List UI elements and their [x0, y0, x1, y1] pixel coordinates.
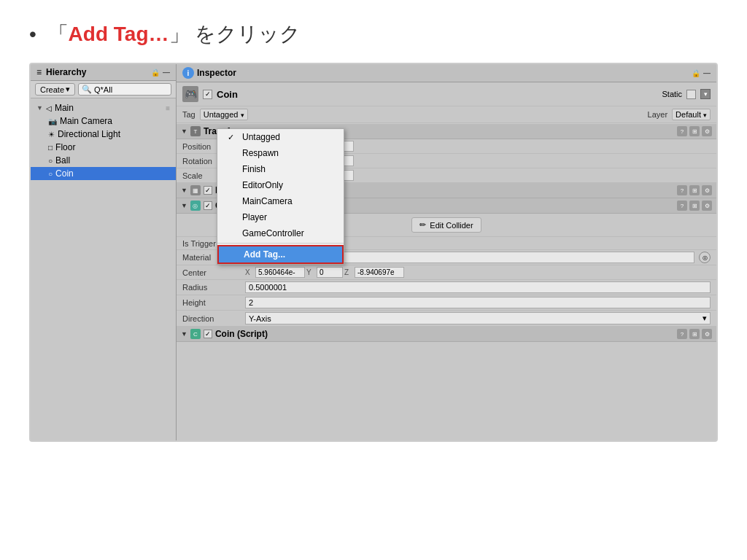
tag-dropdown-arrow: ▾ [241, 112, 244, 119]
title-prefix-open: 「 [48, 23, 69, 45]
ball-label: Ball [55, 155, 70, 166]
hierarchy-item-ball[interactable]: ○ Ball [31, 154, 176, 167]
tag-dropdown-button[interactable]: Untagged ▾ [200, 109, 248, 120]
create-label: Create [40, 85, 64, 94]
transform-icon-3: ⚙ [702, 126, 712, 136]
menu-item-respawn[interactable]: Respawn [217, 145, 344, 161]
coin-script-title: Coin (Script) [215, 329, 268, 339]
menu-item-player[interactable]: Player [217, 209, 344, 225]
screenshot-container: ≡ Hierarchy 🔒 — Create ▾ 🔍 Q*All ▼ ◁ Mai… [29, 63, 718, 442]
hierarchy-item-floor[interactable]: □ Floor [31, 141, 176, 154]
coin-script-icon: C [190, 329, 201, 339]
ball-icon: ○ [48, 157, 53, 165]
static-label: Static [662, 90, 682, 98]
center-x-input[interactable] [255, 267, 305, 278]
create-dropdown-arrow: ▾ [66, 85, 70, 94]
direction-row: Direction Y-Axis ▾ [177, 311, 716, 327]
expand-arrow: ▼ [36, 104, 43, 112]
coin-script-checkbox[interactable]: ✓ [204, 330, 212, 338]
radius-input[interactable] [245, 281, 711, 293]
hierarchy-header-icons: 🔒 — [151, 69, 170, 77]
radius-row: Radius [177, 280, 716, 295]
center-row: Center X Y Z [177, 265, 716, 280]
mr-icon-2: ⊞ [689, 185, 700, 195]
title-highlight: Add Tag… [69, 23, 169, 45]
menu-item-editoronly[interactable]: EditorOnly [217, 177, 344, 193]
center-xyz: X Y Z [245, 267, 711, 278]
transform-icon-1: ? [677, 126, 687, 136]
menu-item-maincamera[interactable]: MainCamera [217, 193, 344, 209]
capsule-collider-arrow: ▼ [181, 202, 187, 209]
mr-icon-1: ? [677, 185, 687, 195]
coin-script-icons: ? ⊞ ⚙ [677, 329, 712, 339]
main-icon: ◁ [46, 104, 52, 112]
hierarchy-list: ▼ ◁ Main ≡ 📷 Main Camera ☀ Directional L… [31, 98, 176, 183]
center-z-label: Z [344, 268, 353, 276]
capsule-collider-icon: ◎ [190, 201, 201, 211]
add-tag-button[interactable]: Add Tag... [217, 245, 344, 264]
go-active-checkbox[interactable]: ✓ [203, 90, 212, 99]
floor-icon: □ [48, 144, 53, 152]
go-icon: 🎮 [182, 86, 198, 102]
height-input[interactable] [245, 297, 711, 308]
center-label: Center [182, 268, 241, 277]
hierarchy-item-directional-light[interactable]: ☀ Directional Light [31, 128, 176, 141]
center-z-input[interactable] [355, 267, 404, 278]
lock-icon: 🔒 [151, 69, 160, 77]
gameobject-header: 🎮 ✓ Coin Static ▾ [177, 82, 716, 106]
hierarchy-panel: ≡ Hierarchy 🔒 — Create ▾ 🔍 Q*All ▼ ◁ Mai… [31, 64, 177, 440]
search-text: Q*All [94, 85, 112, 94]
layer-label: Layer [648, 110, 668, 119]
radius-label: Radius [182, 283, 241, 292]
hierarchy-item-main-camera[interactable]: 📷 Main Camera [31, 114, 176, 128]
tag-label: Tag [182, 110, 196, 119]
mesh-renderer-arrow: ▼ [181, 187, 187, 194]
coin-icon: ○ [48, 170, 53, 178]
center-y-label: Y [306, 268, 315, 276]
center-y-input[interactable] [317, 267, 343, 278]
title-prefix-close: 」 [169, 23, 190, 45]
menu-item-gamecontroller[interactable]: GameController [217, 225, 344, 241]
coin-script-arrow: ▼ [181, 330, 187, 338]
inspector-header: i Inspector 🔒 — [177, 64, 716, 82]
height-label: Height [182, 298, 241, 307]
static-dropdown[interactable]: ▾ [700, 89, 711, 99]
search-box[interactable]: 🔍 Q*All [78, 83, 171, 96]
title-suffix: をクリック [195, 23, 301, 45]
transform-expand-arrow: ▼ [181, 128, 187, 135]
hierarchy-item-coin[interactable]: ○ Coin [31, 167, 176, 180]
title-text: 「Add Tag…」 をクリック [48, 23, 301, 45]
edit-collider-button[interactable]: ✏ Edit Collider [411, 217, 481, 233]
direction-select[interactable]: Y-Axis ▾ [245, 312, 711, 324]
check-untagged: ✓ [228, 133, 238, 142]
menu-item-finish[interactable]: Finish [217, 161, 344, 177]
create-button[interactable]: Create ▾ [35, 83, 75, 96]
mesh-renderer-checkbox[interactable]: ✓ [204, 186, 212, 195]
floor-label: Floor [55, 142, 75, 152]
go-name: Coin [217, 89, 657, 100]
main-camera-label: Main Camera [60, 116, 112, 126]
capsule-collider-checkbox[interactable]: ✓ [204, 201, 212, 210]
hierarchy-item-main[interactable]: ▼ ◁ Main ≡ [31, 101, 176, 114]
camera-icon: 📷 [48, 117, 57, 125]
title-area: • 「Add Tag…」 をクリック [0, 0, 747, 63]
menu-divider [217, 243, 344, 244]
light-icon: ☀ [48, 131, 55, 139]
menu-item-untagged[interactable]: ✓ Untagged [217, 129, 344, 145]
cs-icon-1: ? [677, 329, 687, 339]
tag-layer-row: Tag Untagged ▾ Layer Default ▾ ✓ Untagge… [177, 106, 716, 123]
main-label: Main [55, 103, 74, 113]
layer-dropdown-button[interactable]: Default ▾ [672, 109, 711, 120]
capsule-collider-icons: ? ⊞ ⚙ [677, 201, 712, 211]
material-picker-button[interactable]: ◎ [699, 252, 711, 263]
info-icon: i [182, 67, 194, 79]
lock-icon-inspector: 🔒 [692, 69, 700, 77]
mesh-renderer-icons: ? ⊞ ⚙ [677, 185, 712, 195]
hierarchy-menu-icon: ≡ [166, 104, 170, 112]
static-checkbox[interactable] [686, 90, 696, 99]
cc-icon-3: ⚙ [702, 201, 712, 211]
tag-dropdown-menu: ✓ Untagged Respawn Finish EditorOnly [217, 128, 344, 265]
bullet: • [29, 23, 36, 45]
center-x-label: X [245, 268, 254, 276]
cc-icon-2: ⊞ [689, 201, 700, 211]
